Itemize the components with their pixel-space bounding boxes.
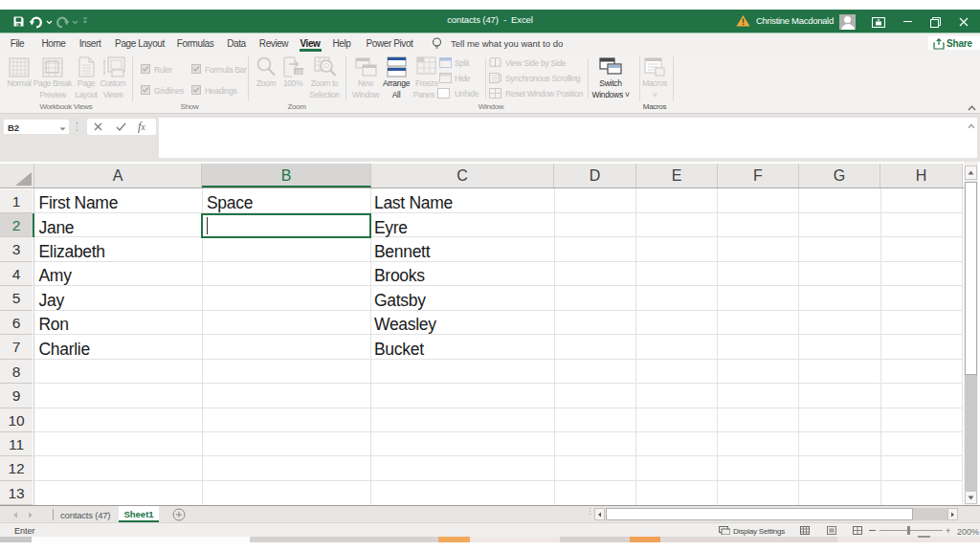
svg-text:100: 100 [296, 69, 304, 75]
